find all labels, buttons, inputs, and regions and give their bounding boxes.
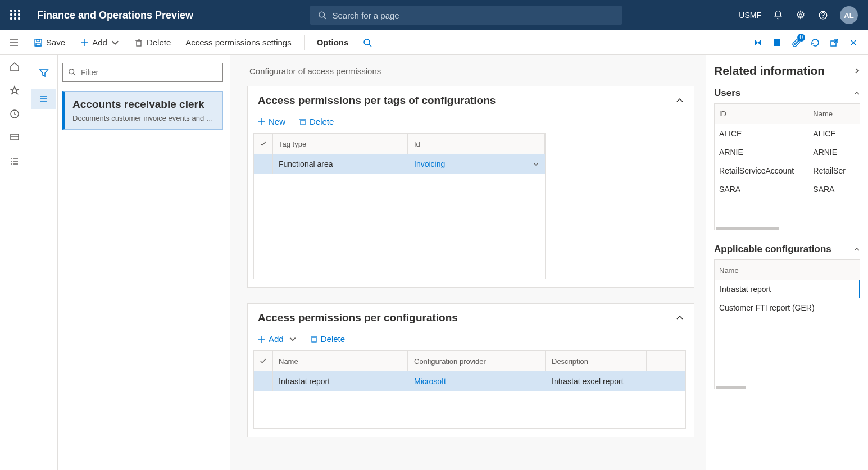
new-button[interactable]: New	[253, 115, 290, 129]
star-icon[interactable]	[10, 85, 21, 97]
delete-config-button[interactable]: Delete	[306, 332, 349, 346]
add-config-button[interactable]: Add	[253, 332, 301, 346]
bell-icon[interactable]	[772, 10, 784, 21]
refresh-icon[interactable]	[810, 37, 821, 48]
user-row[interactable]: ARNIEARNIE	[715, 143, 860, 161]
filter-tool-icon[interactable]	[31, 63, 56, 83]
home-icon[interactable]	[10, 62, 21, 73]
svg-line-1	[324, 17, 326, 19]
panel-tags-title: Access permissions per tags of configura…	[258, 94, 496, 107]
panel-configs-title: Access permissions per configurations	[258, 312, 458, 324]
col-config-name[interactable]: Name	[715, 260, 860, 280]
svg-rect-24	[11, 134, 19, 140]
table-row[interactable]: Functional area Invoicing	[254, 154, 545, 174]
table-row[interactable]: Intrastat report Microsoft Intrastat exc…	[254, 371, 685, 391]
add-button[interactable]: Add	[74, 34, 125, 51]
role-list-item[interactable]: Accounts receivable clerk Documents cust…	[62, 91, 223, 130]
office-icon[interactable]	[771, 37, 783, 48]
users-table: ID Name ALICEALICE ARNIEARNIE RetailServ…	[714, 103, 860, 230]
help-icon[interactable]	[817, 10, 829, 21]
chevron-up-icon[interactable]	[853, 246, 860, 253]
tags-table: Tag type Id Functional area Invoicing	[253, 133, 546, 279]
search-input[interactable]	[332, 11, 614, 20]
row-checkbox[interactable]	[254, 154, 273, 174]
chevron-up-icon[interactable]	[676, 97, 684, 104]
page-subtitle: Configurator of access permissions	[247, 60, 694, 86]
add-label: Add	[92, 38, 107, 47]
badge-count: 0	[797, 34, 805, 42]
svg-point-2	[799, 14, 802, 17]
role-title: Accounts receivable clerk	[72, 98, 215, 111]
avatar[interactable]: AL	[840, 6, 858, 24]
cell-description: Intrastat excel report	[546, 371, 647, 391]
svg-point-16	[364, 39, 370, 45]
col-id[interactable]: Id	[408, 134, 545, 154]
gear-icon[interactable]	[795, 10, 806, 21]
close-icon[interactable]	[848, 37, 859, 48]
scrollbar[interactable]	[716, 386, 746, 389]
user-row[interactable]: ALICEALICE	[715, 124, 860, 143]
cell-tag-type: Functional area	[273, 154, 408, 174]
save-label: Save	[46, 38, 65, 47]
config-row[interactable]: Customer FTI report (GER)	[715, 298, 860, 317]
filter-input[interactable]	[62, 63, 223, 82]
chevron-down-icon[interactable]	[533, 161, 539, 167]
col-provider[interactable]: Configuration provider	[408, 351, 546, 371]
hamburger-icon[interactable]	[9, 38, 19, 48]
list-tool-icon[interactable]	[31, 89, 56, 109]
svg-point-0	[319, 12, 325, 17]
col-user-id[interactable]: ID	[715, 104, 808, 124]
access-permissions-settings-link[interactable]: Access permissions settings	[180, 34, 297, 51]
cell-provider: Microsoft	[408, 371, 546, 391]
configs-table: Name Configuration provider Description …	[253, 350, 686, 429]
workspace-icon[interactable]	[10, 133, 21, 144]
user-row[interactable]: SARASARA	[715, 180, 860, 198]
panel-tags: Access permissions per tags of configura…	[247, 86, 694, 288]
cell-id[interactable]: Invoicing	[408, 154, 545, 174]
applicable-configs-table: Name Intrastat report Customer FTI repor…	[714, 259, 860, 389]
panel-configs: Access permissions per configurations Ad…	[247, 303, 694, 437]
col-name[interactable]: Name	[273, 351, 408, 371]
col-tag-type[interactable]: Tag type	[273, 134, 408, 154]
svg-rect-13	[137, 41, 141, 46]
top-bar: Finance and Operations Preview USMF AL	[0, 0, 868, 30]
chevron-down-icon	[289, 335, 297, 343]
svg-line-36	[74, 74, 76, 76]
right-pane: Related information Users ID Name ALICEA…	[706, 55, 868, 470]
recent-icon[interactable]	[10, 109, 21, 120]
attachments-icon[interactable]: 0	[790, 37, 802, 48]
row-checkbox[interactable]	[254, 371, 273, 391]
company-label[interactable]: USMF	[739, 11, 761, 20]
delete-tag-button[interactable]: Delete	[294, 115, 338, 129]
app-launcher-icon[interactable]	[10, 10, 21, 21]
search-icon	[318, 11, 326, 20]
popout-icon[interactable]	[829, 37, 840, 48]
modules-icon[interactable]	[10, 156, 21, 167]
config-row[interactable]: Intrastat report	[715, 280, 860, 298]
options-link[interactable]: Options	[311, 34, 355, 51]
delete-button[interactable]: Delete	[129, 34, 176, 51]
cell-name: Intrastat report	[273, 371, 408, 391]
chevron-up-icon[interactable]	[853, 90, 860, 97]
checkbox-header[interactable]	[254, 134, 273, 154]
users-section-title: Users	[714, 88, 740, 99]
role-desc: Documents customer invoice events and …	[72, 114, 215, 122]
svg-point-4	[823, 17, 824, 17]
search-box[interactable]	[310, 6, 622, 25]
col-user-name[interactable]: Name	[808, 104, 860, 124]
svg-rect-9	[37, 39, 40, 42]
user-row[interactable]: RetailServiceAccountRetailSer	[715, 161, 860, 180]
svg-rect-39	[301, 120, 305, 125]
chevron-up-icon[interactable]	[676, 314, 684, 322]
col-description[interactable]: Description	[546, 351, 647, 371]
checkbox-header[interactable]	[254, 351, 273, 371]
search-action-icon[interactable]	[357, 35, 378, 51]
chevron-right-icon[interactable]	[853, 67, 860, 74]
scrollbar[interactable]	[716, 227, 779, 230]
save-button[interactable]: Save	[28, 34, 71, 51]
svg-line-17	[369, 44, 371, 47]
svg-rect-18	[774, 39, 780, 46]
nav-rail	[0, 55, 30, 470]
chevron-down-icon	[111, 38, 120, 47]
connector-icon[interactable]	[752, 37, 764, 48]
